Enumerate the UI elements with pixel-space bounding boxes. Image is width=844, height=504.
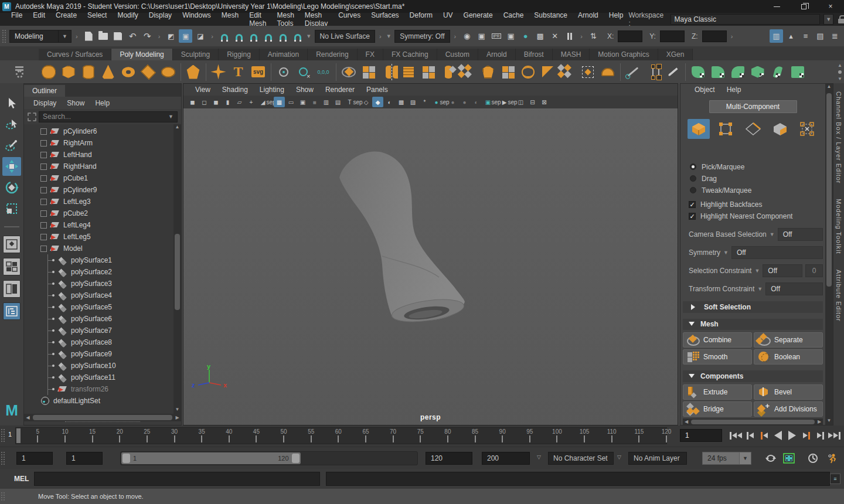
render-settings-icon[interactable]: ▣: [504, 29, 518, 43]
outliner-item[interactable]: LeftLeg5: [24, 231, 173, 243]
setting-value[interactable]: Off: [731, 246, 823, 259]
edit-curve-icon[interactable]: [643, 62, 662, 81]
select-hierarchy-icon[interactable]: ◩: [164, 29, 178, 43]
shelf-tab[interactable]: Custom: [437, 49, 478, 60]
shelf-tab[interactable]: Animation: [260, 49, 308, 60]
viewport-menu-item[interactable]: Shading: [216, 86, 254, 94]
object-mode-button[interactable]: [688, 119, 710, 139]
shelf-tab[interactable]: Rigging: [219, 49, 260, 60]
outliner-item[interactable]: pCylinder6: [24, 125, 173, 137]
setting-extra-field[interactable]: 0: [805, 264, 823, 277]
poly-disc-icon[interactable]: [158, 62, 178, 81]
script-editor-icon[interactable]: ≡: [830, 474, 840, 484]
layout-outliner-persp-button[interactable]: [3, 302, 21, 320]
platonic-solid-icon[interactable]: [183, 62, 203, 81]
outliner-item[interactable]: polySurface7: [24, 325, 173, 336]
spread-icon[interactable]: [558, 62, 577, 81]
expand-toggle[interactable]: [40, 164, 47, 170]
animation-preferences-icon[interactable]: [825, 451, 839, 465]
symmetry-field[interactable]: Symmetry: Off: [394, 30, 450, 43]
animation-start-field[interactable]: 1: [16, 452, 53, 465]
new-scene-icon[interactable]: [82, 29, 96, 43]
menu-item[interactable]: Modify: [112, 11, 143, 28]
boolean-intersection-icon[interactable]: [728, 62, 747, 81]
target-weld-icon[interactable]: [458, 62, 478, 81]
boolean-cube-icon[interactable]: [748, 62, 767, 81]
camera-settings-icon[interactable]: ◼: [210, 97, 222, 107]
menu-item[interactable]: Select: [82, 11, 112, 28]
status-line-grip[interactable]: [1, 29, 7, 44]
gate-mask-icon[interactable]: ■: [309, 97, 320, 107]
shelf-menu-icon[interactable]: [15, 66, 23, 68]
shelf-tab[interactable]: Arnold: [478, 49, 516, 60]
menu-item[interactable]: Help: [604, 11, 629, 28]
tool-settings-toggle-icon[interactable]: ▤: [814, 29, 827, 43]
character-set-dropdown-arrow[interactable]: ▽: [537, 454, 541, 460]
step-back-frame-button[interactable]: [758, 428, 770, 442]
setting-value[interactable]: Off: [778, 228, 823, 241]
mel-input-field[interactable]: [34, 472, 320, 486]
menu-item[interactable]: Deform: [404, 11, 438, 28]
shelf-gear-icon[interactable]: [16, 70, 23, 78]
setting-dropdown-arrow[interactable]: ▼: [723, 250, 729, 256]
outliner-item[interactable]: polySurface1: [24, 254, 173, 266]
redo-icon[interactable]: ↷: [141, 29, 154, 43]
y-input[interactable]: [660, 30, 685, 42]
menu-item[interactable]: Create: [50, 11, 82, 28]
sep-e[interactable]: sep: [511, 97, 515, 107]
lattice-icon[interactable]: [578, 62, 597, 81]
bevel-crystal-icon[interactable]: [478, 62, 498, 81]
vertex-mode-button[interactable]: [714, 119, 737, 139]
snap-to-grid-icon[interactable]: [217, 29, 231, 43]
group-collapse-chevron[interactable]: ›: [452, 33, 458, 40]
workspace-selector[interactable]: Maya Classic: [671, 14, 820, 25]
x-input[interactable]: [618, 30, 642, 42]
pencil-curve-icon[interactable]: [663, 62, 682, 81]
resolution-gate-icon[interactable]: ▣: [297, 97, 308, 107]
menu-item[interactable]: Mesh: [216, 11, 244, 28]
poly-cube-icon[interactable]: [59, 62, 78, 81]
play-backwards-button[interactable]: [772, 428, 784, 442]
open-scene-icon[interactable]: [97, 29, 110, 43]
poly-sphere-icon[interactable]: [39, 62, 58, 81]
help-line-grip[interactable]: [0, 491, 6, 502]
default-lighting-icon[interactable]: *: [419, 97, 430, 107]
anim-layer-dropdown-arrow[interactable]: ▽: [617, 454, 621, 460]
face-mode-button[interactable]: [769, 119, 791, 139]
setting-value[interactable]: Off: [765, 282, 823, 295]
sep5[interactable]: [618, 62, 622, 81]
expand-toggle[interactable]: [40, 246, 47, 252]
outliner-menu-item[interactable]: Help: [90, 99, 114, 107]
smooth-shade-icon[interactable]: ◆: [372, 97, 383, 107]
outliner-menu-item[interactable]: Display: [29, 99, 61, 107]
playback-speed-icon[interactable]: [806, 451, 820, 465]
workspace-dropdown-arrow[interactable]: ▼: [823, 14, 834, 25]
soft-selection-section[interactable]: Soft Selection: [683, 301, 823, 313]
render-current-frame-icon[interactable]: ▣: [475, 29, 488, 43]
poly-cylinder-icon[interactable]: [79, 62, 98, 81]
tab-channel-box[interactable]: Channel Box / Layer Editor: [835, 91, 842, 183]
outliner-menu-item[interactable]: Show: [62, 99, 89, 107]
range-start-handle[interactable]: [122, 454, 130, 463]
expand-toggle[interactable]: [40, 140, 47, 147]
group-collapse-chevron[interactable]: ›: [578, 33, 584, 40]
create-curve-icon[interactable]: [623, 62, 642, 81]
outliner-item[interactable]: polySurface5: [24, 301, 173, 313]
ipr-render-icon[interactable]: IPR: [489, 29, 503, 43]
menu-item[interactable]: Edit: [28, 11, 50, 28]
menu-item[interactable]: Display: [144, 11, 177, 28]
sep-d[interactable]: sep: [494, 97, 498, 107]
outliner-item[interactable]: pCube2: [24, 207, 173, 219]
flat-shade-icon[interactable]: ◐: [384, 97, 395, 107]
step-forward-frame-button[interactable]: [800, 428, 812, 442]
edge-flow-icon[interactable]: [498, 62, 518, 81]
boolean-slice-icon[interactable]: [768, 62, 787, 81]
paint-selection-tool[interactable]: [2, 136, 21, 155]
expand-toggle[interactable]: [40, 210, 47, 217]
component-tool-button[interactable]: Bevel: [754, 384, 823, 400]
shelf-tab[interactable]: XGen: [658, 49, 693, 60]
shelf-tab[interactable]: Poly Modeling: [111, 49, 172, 60]
wireframe-icon[interactable]: ◇: [360, 97, 372, 107]
selection-mode-radio[interactable]: Drag: [690, 173, 823, 185]
setting-value[interactable]: Off: [763, 264, 802, 277]
